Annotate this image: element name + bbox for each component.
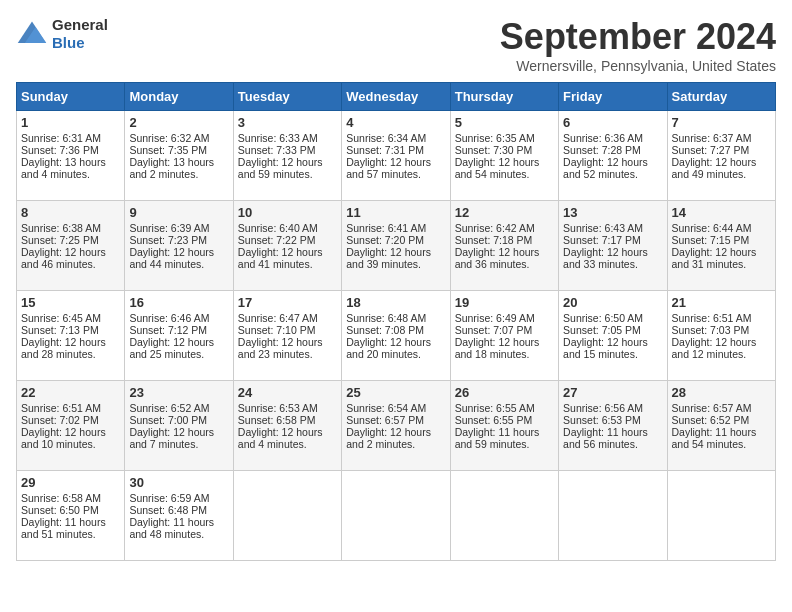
week-row-3: 15Sunrise: 6:45 AMSunset: 7:13 PMDayligh… <box>17 291 776 381</box>
week-row-4: 22Sunrise: 6:51 AMSunset: 7:02 PMDayligh… <box>17 381 776 471</box>
cell-info-line: Sunset: 7:27 PM <box>672 144 771 156</box>
cell-info-line: Sunset: 7:36 PM <box>21 144 120 156</box>
calendar-cell: 13Sunrise: 6:43 AMSunset: 7:17 PMDayligh… <box>559 201 667 291</box>
cell-info-line: Sunrise: 6:36 AM <box>563 132 662 144</box>
cell-info-line: Sunrise: 6:33 AM <box>238 132 337 144</box>
cell-info-line: Daylight: 13 hours <box>21 156 120 168</box>
cell-info-line: and 51 minutes. <box>21 528 120 540</box>
day-number: 4 <box>346 115 445 130</box>
day-number: 18 <box>346 295 445 310</box>
cell-info-line: Sunset: 7:15 PM <box>672 234 771 246</box>
day-number: 6 <box>563 115 662 130</box>
day-number: 5 <box>455 115 554 130</box>
cell-info-line: Daylight: 12 hours <box>21 426 120 438</box>
day-number: 9 <box>129 205 228 220</box>
cell-info-line: Daylight: 11 hours <box>21 516 120 528</box>
logo-icon <box>16 18 48 50</box>
calendar-cell: 11Sunrise: 6:41 AMSunset: 7:20 PMDayligh… <box>342 201 450 291</box>
cell-info-line: Sunset: 6:53 PM <box>563 414 662 426</box>
week-row-5: 29Sunrise: 6:58 AMSunset: 6:50 PMDayligh… <box>17 471 776 561</box>
cell-info-line: Sunrise: 6:41 AM <box>346 222 445 234</box>
cell-info-line: Sunrise: 6:38 AM <box>21 222 120 234</box>
cell-info-line: Sunset: 7:17 PM <box>563 234 662 246</box>
calendar-cell: 3Sunrise: 6:33 AMSunset: 7:33 PMDaylight… <box>233 111 341 201</box>
cell-info-line: and 54 minutes. <box>672 438 771 450</box>
cell-info-line: Daylight: 12 hours <box>346 336 445 348</box>
calendar-cell: 9Sunrise: 6:39 AMSunset: 7:23 PMDaylight… <box>125 201 233 291</box>
month-title: September 2024 <box>500 16 776 58</box>
cell-info-line: Daylight: 12 hours <box>346 246 445 258</box>
cell-info-line: Sunrise: 6:39 AM <box>129 222 228 234</box>
location-text: Wernersville, Pennsylvania, United State… <box>500 58 776 74</box>
day-number: 27 <box>563 385 662 400</box>
calendar-cell: 2Sunrise: 6:32 AMSunset: 7:35 PMDaylight… <box>125 111 233 201</box>
cell-info-line: Sunrise: 6:57 AM <box>672 402 771 414</box>
calendar-cell: 15Sunrise: 6:45 AMSunset: 7:13 PMDayligh… <box>17 291 125 381</box>
cell-info-line: Sunrise: 6:37 AM <box>672 132 771 144</box>
title-block: September 2024 Wernersville, Pennsylvani… <box>500 16 776 74</box>
day-number: 24 <box>238 385 337 400</box>
cell-info-line: Daylight: 12 hours <box>21 336 120 348</box>
day-number: 17 <box>238 295 337 310</box>
header-friday: Friday <box>559 83 667 111</box>
page-header: General Blue September 2024 Wernersville… <box>16 16 776 74</box>
cell-info-line: Sunset: 6:55 PM <box>455 414 554 426</box>
cell-info-line: Sunset: 7:30 PM <box>455 144 554 156</box>
day-number: 20 <box>563 295 662 310</box>
cell-info-line: Sunset: 6:58 PM <box>238 414 337 426</box>
day-number: 19 <box>455 295 554 310</box>
cell-info-line: Sunrise: 6:56 AM <box>563 402 662 414</box>
calendar-cell: 20Sunrise: 6:50 AMSunset: 7:05 PMDayligh… <box>559 291 667 381</box>
cell-info-line: and 54 minutes. <box>455 168 554 180</box>
header-sunday: Sunday <box>17 83 125 111</box>
day-number: 23 <box>129 385 228 400</box>
cell-info-line: Sunset: 7:33 PM <box>238 144 337 156</box>
calendar-cell: 5Sunrise: 6:35 AMSunset: 7:30 PMDaylight… <box>450 111 558 201</box>
calendar-cell <box>559 471 667 561</box>
cell-info-line: Sunset: 7:10 PM <box>238 324 337 336</box>
cell-info-line: Daylight: 12 hours <box>672 156 771 168</box>
cell-info-line: Sunset: 7:22 PM <box>238 234 337 246</box>
day-number: 30 <box>129 475 228 490</box>
cell-info-line: and 46 minutes. <box>21 258 120 270</box>
calendar-cell <box>667 471 775 561</box>
cell-info-line: Daylight: 12 hours <box>672 246 771 258</box>
cell-info-line: Sunset: 7:23 PM <box>129 234 228 246</box>
calendar-cell: 27Sunrise: 6:56 AMSunset: 6:53 PMDayligh… <box>559 381 667 471</box>
logo: General Blue <box>16 16 108 52</box>
calendar-cell <box>342 471 450 561</box>
cell-info-line: Sunset: 7:25 PM <box>21 234 120 246</box>
cell-info-line: Sunset: 7:18 PM <box>455 234 554 246</box>
calendar-cell: 30Sunrise: 6:59 AMSunset: 6:48 PMDayligh… <box>125 471 233 561</box>
calendar-table: SundayMondayTuesdayWednesdayThursdayFrid… <box>16 82 776 561</box>
cell-info-line: Sunrise: 6:54 AM <box>346 402 445 414</box>
header-monday: Monday <box>125 83 233 111</box>
cell-info-line: Sunrise: 6:35 AM <box>455 132 554 144</box>
cell-info-line: Sunrise: 6:32 AM <box>129 132 228 144</box>
day-number: 1 <box>21 115 120 130</box>
header-wednesday: Wednesday <box>342 83 450 111</box>
cell-info-line: and 12 minutes. <box>672 348 771 360</box>
cell-info-line: Sunset: 7:03 PM <box>672 324 771 336</box>
cell-info-line: Daylight: 11 hours <box>563 426 662 438</box>
day-number: 21 <box>672 295 771 310</box>
cell-info-line: and 44 minutes. <box>129 258 228 270</box>
cell-info-line: Sunrise: 6:55 AM <box>455 402 554 414</box>
calendar-cell <box>233 471 341 561</box>
cell-info-line: Sunrise: 6:58 AM <box>21 492 120 504</box>
day-number: 7 <box>672 115 771 130</box>
cell-info-line: Sunrise: 6:40 AM <box>238 222 337 234</box>
calendar-cell: 6Sunrise: 6:36 AMSunset: 7:28 PMDaylight… <box>559 111 667 201</box>
cell-info-line: Sunrise: 6:51 AM <box>21 402 120 414</box>
calendar-cell: 23Sunrise: 6:52 AMSunset: 7:00 PMDayligh… <box>125 381 233 471</box>
calendar-cell: 17Sunrise: 6:47 AMSunset: 7:10 PMDayligh… <box>233 291 341 381</box>
calendar-header-row: SundayMondayTuesdayWednesdayThursdayFrid… <box>17 83 776 111</box>
cell-info-line: and 31 minutes. <box>672 258 771 270</box>
cell-info-line: Sunset: 7:12 PM <box>129 324 228 336</box>
cell-info-line: and 33 minutes. <box>563 258 662 270</box>
cell-info-line: Sunrise: 6:59 AM <box>129 492 228 504</box>
cell-info-line: Daylight: 12 hours <box>129 426 228 438</box>
calendar-cell: 12Sunrise: 6:42 AMSunset: 7:18 PMDayligh… <box>450 201 558 291</box>
cell-info-line: Sunrise: 6:34 AM <box>346 132 445 144</box>
cell-info-line: Daylight: 11 hours <box>672 426 771 438</box>
